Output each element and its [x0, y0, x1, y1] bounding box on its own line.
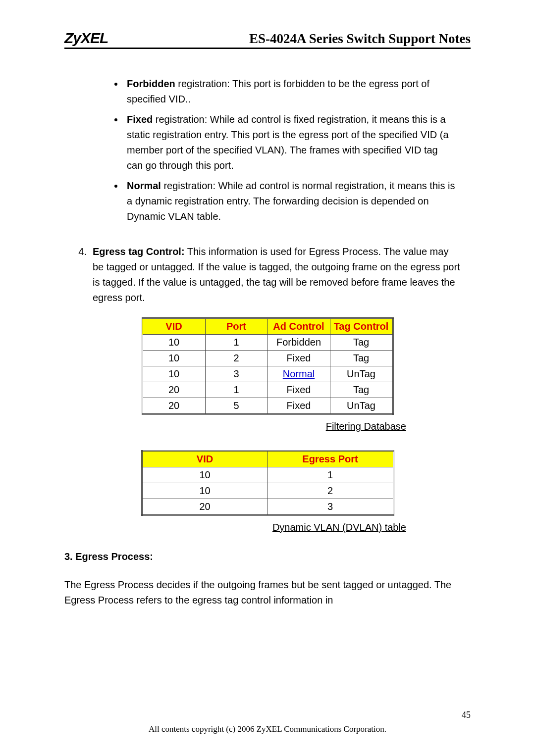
page-number: 45	[462, 710, 471, 720]
table-row: 10 1 Forbidden Tag	[142, 335, 393, 351]
bullet-text: registration: While ad control is normal…	[127, 180, 455, 222]
cell-ep: 1	[268, 467, 393, 483]
filtering-database-table: VID Port Ad Control Tag Control 10 1 For…	[142, 317, 394, 415]
table-header-row: VID Egress Port	[142, 451, 393, 467]
item-number: 4.	[64, 244, 93, 305]
col-tag-control: Tag Control	[330, 318, 393, 335]
page-header: ZyXEL ES-4024A Series Switch Support Not…	[64, 30, 471, 49]
list-item: Fixed registration: While ad control is …	[124, 112, 471, 173]
cell-ad: Fixed	[268, 398, 330, 414]
dvlan-table: VID Egress Port 10 1 10 2 20 3	[141, 450, 394, 516]
cell-tag: Tag	[330, 382, 393, 398]
cell-tag: Tag	[330, 351, 393, 366]
table-row: 10 1	[142, 467, 393, 483]
cell-port: 2	[205, 351, 268, 366]
col-egress-port: Egress Port	[268, 451, 393, 467]
cell-tag: UnTag	[330, 398, 393, 414]
table-row: 20 1 Fixed Tag	[142, 382, 393, 398]
cell-vid: 10	[142, 467, 268, 483]
list-item: Forbidden registration: This port is for…	[124, 76, 471, 107]
table-header-row: VID Port Ad Control Tag Control	[142, 318, 393, 335]
cell-port: 1	[205, 382, 268, 398]
cell-ep: 2	[268, 483, 393, 499]
cell-vid: 10	[142, 351, 205, 366]
col-port: Port	[205, 318, 268, 335]
document-title: ES-4024A Series Switch Support Notes	[249, 31, 471, 47]
page: ZyXEL ES-4024A Series Switch Support Not…	[0, 0, 535, 756]
col-vid: VID	[142, 318, 205, 335]
cell-port: 3	[205, 366, 268, 382]
normal-link[interactable]: Normal	[283, 368, 315, 379]
table-row: 10 2 Fixed Tag	[142, 351, 393, 366]
col-ad-control: Ad Control	[268, 318, 330, 335]
table-row: 10 3 Normal UnTag	[142, 366, 393, 382]
col-vid: VID	[142, 451, 268, 467]
table-row: 20 3	[142, 499, 393, 515]
bullet-lead: Normal	[127, 180, 161, 191]
cell-port: 1	[205, 335, 268, 351]
bullet-text: registration: While ad control is fixed …	[127, 114, 449, 171]
cell-vid: 10	[142, 366, 205, 382]
cell-tag: UnTag	[330, 366, 393, 382]
table-row: 20 5 Fixed UnTag	[142, 398, 393, 414]
brand-logo: ZyXEL	[64, 30, 108, 47]
cell-vid: 10	[142, 335, 205, 351]
copyright-footer: All contents copyright (c) 2006 ZyXEL Co…	[0, 724, 535, 734]
list-item: Normal registration: While ad control is…	[124, 178, 471, 224]
cell-tag: Tag	[330, 335, 393, 351]
cell-vid: 20	[142, 382, 205, 398]
bullet-lead: Fixed	[127, 114, 153, 125]
bullet-lead: Forbidden	[127, 78, 175, 89]
cell-vid: 10	[142, 483, 268, 499]
cell-vid: 20	[142, 499, 268, 515]
cell-ad: Fixed	[268, 382, 330, 398]
cell-ad: Forbidden	[268, 335, 330, 351]
numbered-item-4: 4. Egress tag Control: This information …	[64, 244, 471, 305]
cell-vid: 20	[142, 398, 205, 414]
table1-caption: Filtering Database	[64, 421, 406, 432]
item-lead: Egress tag Control:	[93, 246, 185, 257]
cell-ad: Fixed	[268, 351, 330, 366]
cell-ad: Normal	[268, 366, 330, 382]
cell-port: 5	[205, 398, 268, 414]
section-heading-egress-process: 3. Egress Process:	[64, 551, 471, 562]
egress-process-paragraph: The Egress Process decides if the outgoi…	[64, 577, 471, 608]
cell-ep: 3	[268, 499, 393, 515]
registration-bullet-list: Forbidden registration: This port is for…	[64, 76, 471, 224]
table-row: 10 2	[142, 483, 393, 499]
table2-caption: Dynamic VLAN (DVLAN) table	[64, 522, 406, 533]
